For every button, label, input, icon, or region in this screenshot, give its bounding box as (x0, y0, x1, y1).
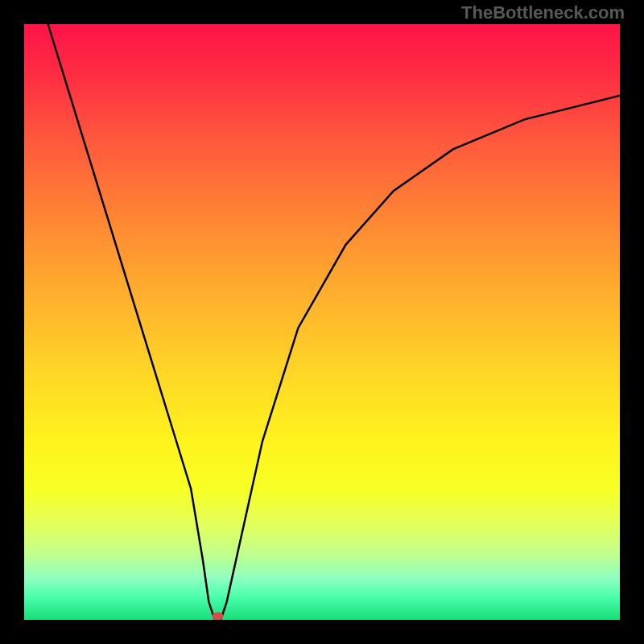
chart-plot-area (24, 24, 620, 620)
bottleneck-curve (48, 24, 620, 620)
chart-svg (24, 24, 620, 620)
optimal-marker (213, 613, 224, 620)
watermark-text: TheBottleneck.com (461, 2, 625, 23)
